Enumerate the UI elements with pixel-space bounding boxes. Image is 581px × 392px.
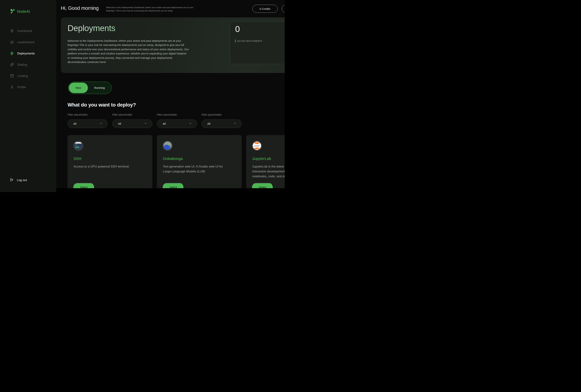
- card-description: JupyterLab is the latest web-based inter…: [252, 164, 285, 179]
- sidebar: NodeAI Dashboard: [0, 0, 56, 192]
- chevron-down-icon: [144, 122, 147, 125]
- header-subtitle: Welcome to the Deployments Dashboard, wh…: [106, 6, 196, 12]
- brand-logo[interactable]: NodeAI: [10, 8, 30, 14]
- sidebar-item-label: Leaderboard: [17, 40, 34, 44]
- card-description: Text generation web UI. A Gradio web UI …: [163, 164, 224, 174]
- terminal-titlebar: [75, 142, 82, 144]
- filter-label: Filter placeholder: [202, 113, 242, 116]
- deploy-card-oobabooga[interactable]: Oobabooga Text generation web UI. A Grad…: [157, 135, 242, 192]
- toggle-option-new[interactable]: New: [69, 83, 88, 93]
- wallet-icon: [10, 74, 14, 78]
- nodeai-molecule-icon: [10, 8, 15, 14]
- sidebar-item-dashboard[interactable]: Dashboard: [10, 27, 35, 34]
- oobabooga-avatar: [162, 141, 173, 151]
- filter-label: Filter placeholder: [112, 113, 152, 116]
- sidebar-item-label: Staking: [17, 63, 27, 66]
- active-deployments-stat-card: 0 ACTIVE DEPLOYMENTS: [230, 21, 285, 64]
- greeting-title: Hi, Good morning: [61, 5, 98, 11]
- logout-icon: [10, 178, 14, 183]
- sidebar-item-lending[interactable]: Lending: [10, 72, 35, 79]
- filter-dropdown-1[interactable]: All: [68, 119, 108, 128]
- sidebar-item-deployments[interactable]: Deployments: [10, 50, 35, 57]
- card-title: Oobabooga: [163, 156, 183, 161]
- filter-dropdown-4[interactable]: All: [202, 119, 242, 128]
- sidebar-item-label: Dashboard: [17, 29, 32, 33]
- jupyter-wordmark: jupyter: [253, 145, 261, 147]
- deploy-section-heading: What do you want to deploy?: [68, 102, 136, 108]
- app-window: NodeAI Dashboard: [0, 0, 285, 192]
- viewport-bottom-strip: [56, 188, 285, 192]
- megaphone-icon: [10, 40, 14, 44]
- card-title: JupyterLab: [252, 156, 271, 161]
- stat-label-row: ACTIVE DEPLOYMENTS: [235, 39, 262, 42]
- deploy-card-jupyterlab[interactable]: jupyter JupyterLab JupyterLab is the lat…: [246, 135, 285, 192]
- filter-selected-value: All: [163, 122, 166, 125]
- dashboard-move-icon: [10, 29, 14, 33]
- oobabooga-photo: [164, 142, 172, 150]
- sidebar-item-label: Deployments: [17, 52, 35, 55]
- ssh-terminal-logo-icon: >_ SSH: [73, 141, 83, 151]
- deployments-hero-card: Deployments Welcome to the Deployments D…: [61, 17, 285, 73]
- credits-button[interactable]: 0 Credits: [252, 5, 278, 13]
- filter-group-3: Filter placeholder All: [157, 113, 197, 128]
- sidebar-item-leaderboard[interactable]: Leaderboard: [10, 38, 35, 46]
- jupyter-art: jupyter: [253, 142, 261, 150]
- sidebar-item-label: Profile: [17, 85, 26, 89]
- logout-button[interactable]: Log out: [10, 176, 27, 184]
- sidebar-item-label: Lending: [17, 74, 28, 78]
- brand-name: NodeAI: [17, 9, 30, 13]
- card-title: SSH: [74, 156, 81, 161]
- filter-dropdown-2[interactable]: All: [112, 119, 152, 128]
- coins-icon: [10, 62, 14, 67]
- filter-selected-value: All: [207, 122, 210, 125]
- ssh-art: >_ SSH: [74, 142, 82, 150]
- jupyter-arc-bottom: [254, 148, 260, 149]
- page-title: Deployments: [68, 23, 115, 33]
- filter-label: Filter placeholder: [68, 113, 108, 116]
- toggle-option-running[interactable]: Running: [88, 82, 111, 94]
- sidebar-nav: Dashboard Leaderboard De: [10, 27, 35, 95]
- deploy-card-ssh[interactable]: >_ SSH SSH Access to a GPU powered SSH t…: [68, 135, 152, 192]
- chevron-down-icon: [234, 122, 236, 125]
- green-accent-bar: [235, 39, 236, 42]
- filter-group-1: Filter placeholder All: [68, 113, 108, 128]
- filter-group-4: Filter placeholder All: [202, 113, 242, 128]
- jupyter-arc-top: [254, 142, 260, 144]
- terminal-ssh-text: SSH: [75, 146, 79, 149]
- chevron-down-icon: [189, 122, 192, 125]
- filter-group-2: Filter placeholder All: [112, 113, 152, 128]
- filter-selected-value: All: [73, 122, 76, 125]
- terminal-prompt-glyph: >_: [75, 144, 77, 146]
- sidebar-item-profile[interactable]: Profile: [10, 83, 35, 91]
- sidebar-item-staking[interactable]: Staking: [10, 61, 35, 68]
- filter-dropdown-3[interactable]: All: [157, 119, 197, 128]
- filter-selected-value: All: [118, 122, 121, 125]
- card-description: Access to a GPU powered SSH terminal: [74, 164, 135, 169]
- logout-label: Log out: [17, 178, 27, 182]
- new-running-toggle[interactable]: New Running: [68, 82, 112, 94]
- jupyter-logo-icon: jupyter: [252, 141, 262, 151]
- active-deployments-count: 0: [235, 24, 240, 34]
- chevron-down-icon: [100, 122, 102, 125]
- user-icon: [10, 85, 14, 89]
- hero-description: Welcome to the Deployments Dashboard, wh…: [68, 39, 190, 64]
- stat-label: ACTIVE DEPLOYMENTS: [237, 40, 262, 42]
- filter-label: Filter placeholder: [157, 113, 197, 116]
- lightning-bolt-icon: [10, 51, 14, 55]
